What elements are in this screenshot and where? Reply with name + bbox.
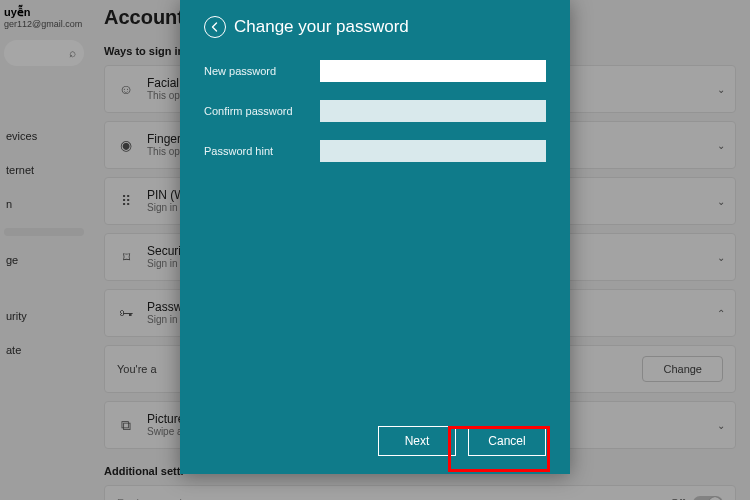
dialog-title: Change your password [234, 17, 409, 37]
change-password-dialog: Change your password New password Confir… [180, 0, 570, 474]
next-button[interactable]: Next [378, 426, 456, 456]
cancel-button[interactable]: Cancel [468, 426, 546, 456]
password-hint-label: Password hint [204, 145, 312, 157]
confirm-password-input[interactable] [320, 100, 546, 122]
new-password-input[interactable] [320, 60, 546, 82]
password-hint-input[interactable] [320, 140, 546, 162]
confirm-password-label: Confirm password [204, 105, 312, 117]
dialog-footer: Next Cancel [378, 426, 546, 456]
back-icon[interactable] [204, 16, 226, 38]
password-hint-row: Password hint [204, 140, 546, 162]
new-password-row: New password [204, 60, 546, 82]
dialog-header: Change your password [204, 16, 546, 38]
new-password-label: New password [204, 65, 312, 77]
confirm-password-row: Confirm password [204, 100, 546, 122]
